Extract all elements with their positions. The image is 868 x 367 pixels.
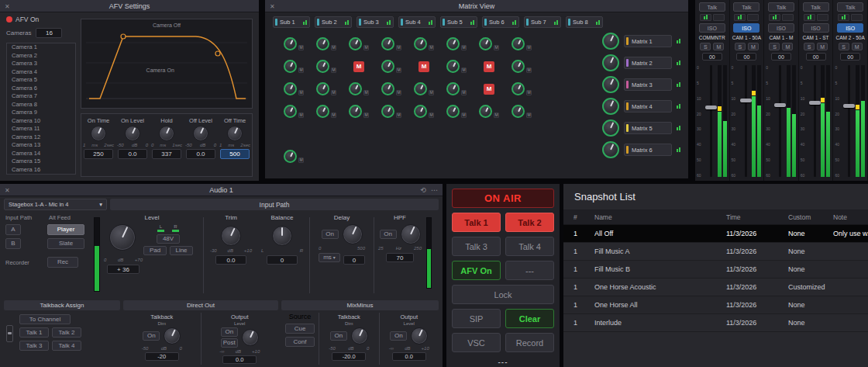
camera-list-item[interactable]: Camera 14 — [7, 150, 75, 158]
talkback-panel-button[interactable]: SIP — [452, 309, 501, 328]
camera-list-item[interactable]: Camera 15 — [7, 158, 75, 166]
camera-list-item[interactable]: Camera 11 — [7, 125, 75, 133]
matrix-crosspoint[interactable]: M M — [505, 100, 538, 123]
mixminus-level-value-field[interactable]: 0.0 — [392, 352, 426, 361]
matrix-crosspoint[interactable]: M M — [408, 33, 440, 55]
matrix-crosspoint[interactable]: M M — [408, 78, 440, 100]
strip-meter-icon[interactable] — [838, 14, 849, 21]
matrix-crosspoint[interactable]: M M — [310, 55, 343, 78]
knob-value-field[interactable]: 500 — [220, 149, 250, 159]
strip-headset-icon[interactable] — [713, 14, 725, 21]
fader-handle[interactable] — [705, 106, 717, 109]
matrix-crosspoint[interactable]: M M — [343, 123, 375, 145]
mixminus-dim-value-field[interactable]: -20.0 — [332, 352, 366, 361]
knob-value-field[interactable]: 0.0 — [118, 149, 147, 159]
matrix-crosspoint[interactable]: M M — [310, 33, 343, 55]
trim-knob[interactable] — [221, 226, 241, 246]
strip-mute-button[interactable]: M — [713, 43, 724, 50]
input-b-button[interactable]: B — [5, 238, 21, 249]
hpf-on-button[interactable]: On — [380, 230, 397, 239]
talkback-panel-button[interactable]: Talk 1 — [452, 213, 501, 232]
delay-unit-dropdown[interactable]: ms ▾ — [319, 253, 340, 262]
crosspoint-mute-badge[interactable]: M — [396, 90, 401, 95]
matrix-crosspoint[interactable]: M M — [440, 55, 473, 78]
strip-solo-button[interactable]: S — [839, 43, 849, 50]
strip-meter-icon[interactable] — [700, 14, 711, 21]
delay-knob[interactable] — [343, 224, 363, 244]
crosspoint-knob[interactable] — [446, 105, 460, 118]
strip-gain-field[interactable]: 00 — [840, 53, 860, 61]
cameras-count-field[interactable]: 16 — [36, 28, 62, 38]
knob-value-field[interactable]: 337 — [152, 149, 181, 159]
crosspoint-mute-badge[interactable]: M — [331, 45, 336, 50]
crosspoint-knob[interactable] — [349, 105, 362, 118]
direct-out-level-knob[interactable] — [242, 329, 259, 346]
fader-handle[interactable] — [740, 99, 752, 102]
talkback-panel-button[interactable]: Clear — [505, 309, 554, 328]
talkback-panel-button[interactable]: VSC — [452, 333, 501, 352]
crosspoint-knob[interactable] — [381, 37, 394, 50]
crosspoint-knob[interactable] — [446, 60, 460, 73]
strip-solo-button[interactable]: S — [735, 43, 746, 50]
crosspoint-mute-badge[interactable]: M — [526, 90, 532, 95]
mixminus-dim-knob[interactable] — [351, 327, 368, 344]
sub-bus-button[interactable]: Sub 8 — [566, 16, 603, 28]
matrix-crosspoint[interactable]: M M — [440, 33, 473, 55]
matrix-crosspoint[interactable]: M M — [440, 145, 473, 168]
crosspoint-mute-badge[interactable]: M — [396, 45, 401, 50]
crosspoint-knob[interactable] — [446, 82, 460, 95]
close-icon[interactable]: ✕ — [5, 184, 10, 196]
crosspoint-muted-indicator[interactable]: M — [484, 84, 494, 95]
balance-value-field[interactable]: 0 — [267, 255, 298, 265]
reset-icon[interactable]: ⟲ — [420, 186, 426, 194]
crosspoint-knob[interactable] — [479, 37, 492, 50]
sub-bus-button[interactable]: Sub 3 — [356, 16, 394, 28]
crosspoint-mute-badge[interactable]: M — [429, 45, 434, 50]
camera-list-item[interactable]: Camera 2 — [7, 52, 75, 61]
crosspoint-mute-badge[interactable]: M — [429, 90, 434, 95]
strip-talk-button[interactable]: Talk — [699, 2, 725, 12]
mixminus-conf-button[interactable]: Conf — [285, 337, 315, 347]
matrix-bus-knob[interactable] — [602, 141, 619, 158]
hpf-value-field[interactable]: 70 — [386, 253, 414, 262]
matrix-crosspoint[interactable]: M M — [277, 33, 310, 55]
strip-meter-icon[interactable] — [804, 14, 815, 21]
matrix-crosspoint[interactable]: M M — [505, 33, 538, 55]
sub-bus-button[interactable]: Sub 6 — [482, 16, 519, 28]
strip-talk-button[interactable]: Talk — [768, 2, 794, 12]
mixminus-level-knob[interactable] — [411, 327, 428, 344]
crosspoint-mute-badge[interactable]: M — [331, 113, 336, 118]
sub-bus-button[interactable]: Sub 1 — [273, 16, 310, 28]
strip-solo-button[interactable]: S — [804, 43, 815, 50]
crosspoint-knob[interactable] — [512, 37, 525, 50]
talkback-assign-button[interactable]: Talk 1 — [19, 327, 49, 338]
crosspoint-muted-indicator[interactable]: M — [418, 61, 429, 72]
strip-headset-icon[interactable] — [782, 14, 794, 21]
matrix-crosspoint[interactable]: M M — [343, 33, 375, 55]
talkback-panel-button[interactable]: --- — [452, 357, 554, 366]
crosspoint-mute-badge[interactable]: M — [526, 68, 532, 73]
crosspoint-mute-badge[interactable]: M — [298, 158, 304, 163]
matrix-crosspoint[interactable]: M M — [277, 55, 310, 78]
matrix-crosspoint[interactable]: M M — [473, 145, 505, 168]
crosspoint-knob[interactable] — [479, 105, 492, 118]
afv-on-indicator[interactable]: AFV On — [6, 16, 39, 23]
crosspoint-mute-badge[interactable]: M — [461, 113, 467, 118]
crosspoint-mute-badge[interactable]: M — [331, 90, 336, 95]
crosspoint-knob[interactable] — [284, 82, 297, 95]
crosspoint-mute-badge[interactable]: M — [461, 90, 467, 95]
alt-feed-player-button[interactable]: Player — [47, 224, 84, 235]
strip-iso-button[interactable]: ISO — [803, 23, 829, 33]
matrix-crosspoint[interactable]: M M — [473, 123, 505, 145]
matrix-crosspoint[interactable]: M M — [505, 78, 538, 100]
crosspoint-mute-badge[interactable]: M — [526, 113, 532, 118]
matrix-crosspoint[interactable]: M M — [505, 123, 538, 145]
crosspoint-knob[interactable] — [284, 150, 297, 163]
crosspoint-knob[interactable] — [316, 60, 329, 73]
more-options-icon[interactable]: ⋯ — [431, 186, 438, 194]
trim-value-field[interactable]: 0.0 — [215, 255, 246, 265]
afv-knob[interactable] — [159, 126, 174, 141]
strip-gain-field[interactable]: 00 — [771, 53, 791, 61]
crosspoint-knob[interactable] — [414, 37, 427, 50]
crosspoint-knob[interactable] — [284, 60, 297, 73]
